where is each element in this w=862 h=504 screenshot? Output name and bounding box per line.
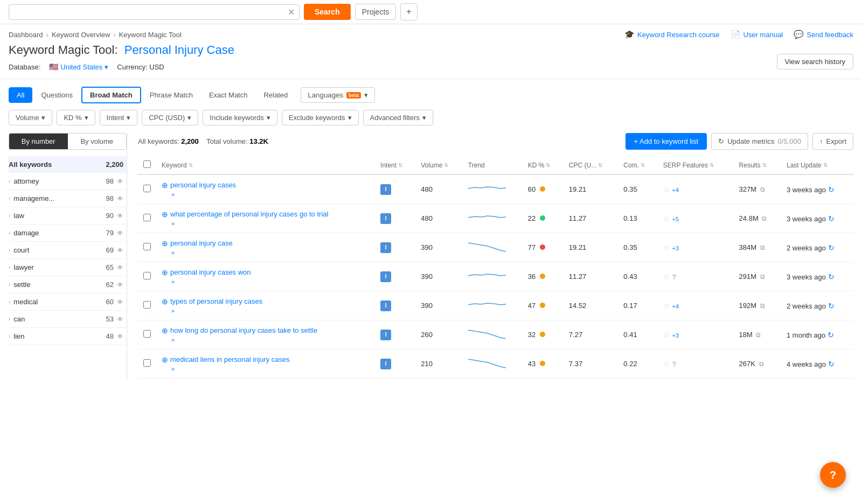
trend-chart — [468, 297, 506, 313]
col-last-update[interactable]: Last Update ⇅ — [781, 156, 853, 174]
all-keywords-row[interactable]: All keywords 2,200 — [9, 156, 127, 173]
table-header-row: Keyword ⇅ Intent ⇅ Volume ⇅ Trend KD % ⇅… — [138, 156, 853, 174]
sidebar-item-9[interactable]: › lien 48 👁 — [9, 328, 127, 345]
search-input[interactable]: Personal Injury Case — [13, 8, 288, 16]
expand-icon[interactable]: ⊕ — [162, 297, 168, 306]
com-sort-icon: ⇅ — [641, 162, 645, 168]
breadcrumb-keyword-overview[interactable]: Keyword Overview — [52, 31, 110, 39]
keyword-link[interactable]: ⊕ personal injury cases won — [162, 268, 370, 277]
sidebar-item-5[interactable]: › lawyer 65 👁 — [9, 259, 127, 276]
row-checkbox[interactable] — [143, 330, 151, 338]
star-icon: ☆ — [663, 360, 670, 368]
refresh-icon[interactable]: ↻ — [828, 331, 834, 339]
sidebar-item-8[interactable]: › can 53 👁 — [9, 311, 127, 328]
col-cpc[interactable]: CPC (U... ⇅ — [564, 156, 618, 174]
exclude-filter[interactable]: Exclude keywords ▾ — [282, 110, 359, 125]
refresh-icon[interactable]: ↻ — [828, 360, 835, 368]
row-checkbox[interactable] — [143, 185, 151, 192]
sidebar-item-count: 98 — [106, 194, 114, 202]
add-to-keyword-list-button[interactable]: + Add to keyword list — [625, 133, 707, 150]
sidebar-item-label: attorney — [13, 177, 39, 185]
serp-plus: +4 — [672, 187, 679, 193]
projects-button[interactable]: Projects — [355, 4, 397, 20]
cpc-cell: 11.27 — [564, 204, 618, 233]
refresh-icon[interactable]: ↻ — [828, 214, 835, 223]
keyword-link[interactable]: ⊕ what percentage of personal injury cas… — [162, 210, 370, 219]
col-keyword[interactable]: Keyword ⇅ — [156, 156, 375, 174]
languages-button[interactable]: Languages beta ▾ — [301, 87, 374, 103]
refresh-icon[interactable]: ↻ — [828, 272, 835, 281]
col-com[interactable]: Com. ⇅ — [618, 156, 658, 174]
intent-badge: I — [380, 359, 391, 369]
keyword-link[interactable]: ⊕ personal injury case — [162, 239, 370, 248]
refresh-icon[interactable]: ↻ — [828, 185, 835, 194]
keyword-link[interactable]: ⊕ how long do personal injury cases take… — [162, 326, 370, 335]
expand-icon[interactable]: ⊕ — [162, 355, 168, 364]
row-checkbox[interactable] — [143, 243, 151, 250]
col-results[interactable]: Results ⇅ — [734, 156, 781, 174]
volume-filter[interactable]: Volume ▾ — [9, 110, 52, 125]
include-filter[interactable]: Include keywords ▾ — [203, 110, 277, 125]
research-course-link[interactable]: 🎓 Keyword Research course — [624, 30, 719, 39]
expand-icon[interactable]: ⊕ — [162, 268, 168, 277]
tab-exact-match[interactable]: Exact Match — [201, 88, 255, 102]
sidebar-item-0[interactable]: › attorney 98 👁 — [9, 173, 127, 190]
volume-chevron-icon: ▾ — [41, 114, 45, 122]
sidebar-item-1[interactable]: › manageme... 98 👁 — [9, 190, 127, 207]
keyword-link[interactable]: ⊕ medicaid liens in personal injury case… — [162, 355, 370, 364]
breadcrumb-current: Keyword Magic Tool — [119, 31, 182, 39]
sidebar-item-6[interactable]: › settle 62 👁 — [9, 276, 127, 293]
select-all-checkbox[interactable] — [143, 160, 151, 168]
row-checkbox[interactable] — [143, 214, 151, 221]
kd-filter[interactable]: KD % ▾ — [57, 110, 95, 125]
expand-icon[interactable]: ⊕ — [162, 181, 168, 190]
languages-label: Languages — [308, 91, 343, 99]
send-feedback-link[interactable]: 💬 Send feedback — [794, 30, 853, 39]
exclude-chevron-icon: ▾ — [348, 114, 352, 122]
refresh-icon[interactable]: ↻ — [828, 302, 835, 310]
intent-filter[interactable]: Intent ▾ — [100, 110, 138, 125]
keyword-link[interactable]: ⊕ personal injury cases — [162, 181, 370, 190]
row-checkbox[interactable] — [143, 359, 151, 367]
col-volume[interactable]: Volume ⇅ — [415, 156, 463, 174]
database-link[interactable]: 🇺🇸 United States ▾ — [49, 62, 108, 71]
keyword-text: what percentage of personal injury cases… — [170, 210, 328, 218]
eye-icon: 👁 — [117, 178, 123, 185]
keyword-link[interactable]: ⊕ types of personal injury cases — [162, 297, 370, 306]
row-checkbox[interactable] — [143, 301, 151, 309]
col-kd[interactable]: KD % ⇅ — [523, 156, 564, 174]
search-clear-icon[interactable]: ✕ — [288, 7, 295, 17]
col-intent[interactable]: Intent ⇅ — [375, 156, 415, 174]
tab-questions[interactable]: Questions — [33, 88, 80, 102]
sidebar-item-4[interactable]: › court 69 👁 — [9, 242, 127, 259]
expand-icon[interactable]: ⊕ — [162, 210, 168, 219]
advanced-filter[interactable]: Advanced filters ▾ — [363, 110, 434, 125]
tab-related[interactable]: Related — [256, 88, 295, 102]
plus-button[interactable]: + — [400, 3, 417, 20]
breadcrumb-dashboard[interactable]: Dashboard — [9, 31, 43, 39]
toggle-by-volume[interactable]: By volume — [68, 134, 127, 149]
search-button[interactable]: Search — [304, 4, 351, 20]
expand-icon[interactable]: ⊕ — [162, 326, 168, 335]
col-serp[interactable]: SERP Features ⇅ — [658, 156, 734, 174]
expand-icon[interactable]: ⊕ — [162, 239, 168, 248]
export-button[interactable]: ↑ Export — [812, 133, 853, 150]
sidebar-item-2[interactable]: › law 90 👁 — [9, 207, 127, 225]
refresh-icon[interactable]: ↻ — [828, 243, 835, 252]
cpc-filter[interactable]: CPC (USD) ▾ — [142, 110, 198, 125]
keyword-arrows-icon: » — [171, 366, 370, 372]
tab-broad-match[interactable]: Broad Match — [81, 87, 141, 103]
intent-cell: I — [375, 233, 415, 262]
user-manual-link[interactable]: 📄 User manual — [731, 30, 783, 39]
update-metrics-button[interactable]: ↻ Update metrics 0/5,000 — [711, 133, 808, 150]
sidebar-item-7[interactable]: › medical 60 👁 — [9, 293, 127, 311]
kd-cell: 43 — [523, 349, 564, 379]
serp-cell: ☆ ? — [658, 262, 734, 291]
intent-badge: I — [380, 184, 391, 195]
toggle-by-number[interactable]: By number — [9, 134, 68, 149]
tab-phrase-match[interactable]: Phrase Match — [142, 88, 200, 102]
view-history-button[interactable]: View search history — [777, 54, 853, 69]
tab-all[interactable]: All — [9, 87, 32, 103]
row-checkbox[interactable] — [143, 272, 151, 279]
sidebar-item-3[interactable]: › damage 79 👁 — [9, 225, 127, 242]
